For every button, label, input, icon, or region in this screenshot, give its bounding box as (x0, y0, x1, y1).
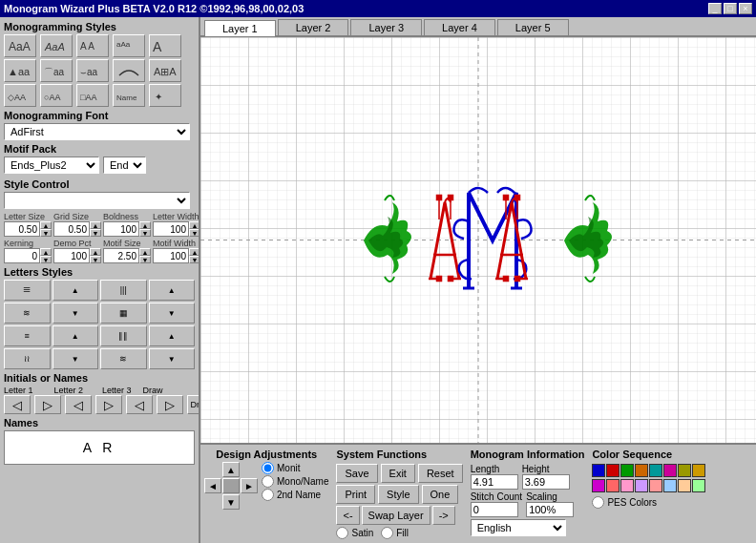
letter-size-up[interactable]: ▲ (40, 221, 52, 229)
one-button[interactable]: One (422, 485, 459, 504)
minimize-button[interactable]: _ (708, 3, 722, 14)
motif-size-down[interactable]: ▼ (139, 256, 151, 263)
arrow-center[interactable] (222, 478, 240, 493)
kerning-up[interactable]: ▲ (40, 248, 52, 256)
satin-input[interactable] (336, 527, 348, 539)
style-btn-3[interactable]: A A (76, 34, 109, 57)
motif-width-input[interactable] (153, 248, 189, 263)
style-control-select[interactable] (4, 192, 190, 209)
kerning-down[interactable]: ▼ (40, 256, 52, 263)
ls-btn-up-3[interactable]: ▲ (52, 325, 99, 346)
swap-layer-button[interactable]: Swap Layer (362, 506, 430, 525)
ls-btn-up-1[interactable]: ▲ (52, 280, 99, 301)
ls-btn-2[interactable]: ||| (100, 280, 147, 301)
kerning-input[interactable] (4, 248, 40, 263)
ls-btn-1[interactable]: ≡ (4, 280, 51, 301)
ls-btn-7[interactable]: ≀≀ (4, 348, 51, 369)
ls-btn-dn-1[interactable]: ▼ (52, 303, 99, 324)
boldness-down[interactable]: ▼ (139, 229, 151, 237)
demo-pct-down[interactable]: ▼ (90, 256, 101, 263)
radio-monit[interactable]: Monit (262, 462, 328, 474)
pes-colors-radio[interactable]: PES Colors (592, 496, 706, 509)
window-controls[interactable]: _ □ × (708, 3, 752, 14)
ls-btn-dn-3[interactable]: ▼ (52, 348, 99, 369)
swap-left-button[interactable]: <- (336, 506, 359, 525)
style-button[interactable]: Style (378, 485, 418, 504)
boldness-input[interactable] (103, 221, 139, 237)
style-btn-6[interactable]: ▲aa (4, 59, 36, 82)
style-btn-9[interactable] (113, 59, 145, 82)
letter1-next[interactable]: ▷ (34, 395, 61, 414)
grid-size-up[interactable]: ▲ (90, 221, 101, 229)
style-btn-7[interactable]: ⌒aa (40, 59, 73, 82)
style-btn-2[interactable]: AaA (40, 34, 73, 57)
color-swatch-8[interactable] (692, 464, 705, 477)
ls-btn-5[interactable]: ≡ (4, 325, 51, 346)
letter-width-input[interactable] (153, 221, 189, 237)
ls-btn-6[interactable]: ∥∥ (100, 325, 147, 346)
demo-pct-up[interactable]: ▲ (90, 248, 101, 256)
print-button[interactable]: Print (336, 485, 375, 504)
motif-width-down[interactable]: ▼ (189, 256, 200, 263)
tab-layer2[interactable]: Layer 2 (278, 19, 349, 35)
color-swatch-4[interactable] (635, 464, 648, 477)
motif-width-up[interactable]: ▲ (189, 248, 200, 256)
style-btn-13[interactable]: □AA (76, 84, 109, 107)
style-btn-12[interactable]: ○AA (40, 84, 73, 107)
arrow-left[interactable]: ◄ (204, 478, 221, 493)
exit-button[interactable]: Exit (381, 464, 415, 483)
radio-2nd-name[interactable]: 2nd Name (262, 489, 328, 501)
letter1-button[interactable]: ◁ (4, 395, 31, 414)
radio-mono-name-input[interactable] (262, 475, 274, 488)
fill-input[interactable] (381, 527, 393, 539)
color-swatch-9[interactable] (592, 479, 605, 492)
pes-colors-input[interactable] (592, 496, 604, 509)
letter3-next[interactable]: ▷ (157, 395, 183, 414)
grid-size-down[interactable]: ▼ (90, 229, 101, 237)
satin-radio[interactable]: Satin (336, 527, 373, 539)
end-select[interactable]: End 12 (103, 157, 146, 174)
boldness-up[interactable]: ▲ (139, 221, 151, 229)
radio-2nd-name-input[interactable] (262, 489, 274, 501)
letter-width-up[interactable]: ▲ (189, 221, 200, 229)
ls-btn-3[interactable]: ≋ (4, 303, 51, 324)
style-btn-4[interactable]: aAa (113, 34, 145, 57)
motif-size-input[interactable] (103, 248, 139, 263)
save-button[interactable]: Save (336, 464, 377, 483)
style-btn-11[interactable]: ◇AA (4, 84, 36, 107)
color-swatch-7[interactable] (678, 464, 691, 477)
height-value[interactable] (522, 474, 570, 490)
letter-width-down[interactable]: ▼ (189, 229, 200, 237)
maximize-button[interactable]: □ (724, 3, 737, 14)
style-btn-15[interactable]: ✦ (149, 84, 181, 107)
color-swatch-5[interactable] (649, 464, 662, 477)
reset-button[interactable]: Reset (418, 464, 463, 483)
ls-btn-dn-2[interactable]: ▼ (149, 303, 196, 324)
stitch-value[interactable] (471, 502, 518, 517)
letter-size-input[interactable] (4, 221, 40, 237)
letter2-button[interactable]: ◁ (65, 395, 92, 414)
tab-layer3[interactable]: Layer 3 (350, 19, 422, 35)
letter3-button[interactable]: ◁ (126, 395, 153, 414)
canvas-area[interactable] (200, 37, 756, 443)
ls-btn-up-4[interactable]: ▲ (149, 325, 196, 346)
color-swatch-1[interactable] (592, 464, 605, 477)
grid-size-input[interactable] (53, 221, 90, 237)
radio-mono-name[interactable]: Mono/Name (262, 475, 328, 488)
arrow-right[interactable]: ► (241, 478, 258, 493)
tab-layer5[interactable]: Layer 5 (497, 19, 569, 35)
color-swatch-6[interactable] (663, 464, 677, 477)
language-select[interactable]: English (471, 519, 566, 536)
scaling-value[interactable] (526, 502, 574, 517)
ls-btn-8[interactable]: ≋ (100, 348, 147, 369)
style-btn-10[interactable]: A⊞A (149, 59, 181, 82)
tab-layer4[interactable]: Layer 4 (424, 19, 495, 35)
style-btn-14[interactable]: Name (113, 84, 145, 107)
color-swatch-14[interactable] (663, 479, 677, 492)
arrow-up[interactable]: ▲ (222, 462, 240, 477)
style-btn-1[interactable]: AaA (4, 34, 36, 57)
length-value[interactable] (471, 474, 518, 490)
color-swatch-15[interactable] (678, 479, 691, 492)
draw-button[interactable]: Draw (187, 395, 200, 414)
tab-layer1[interactable]: Layer 1 (204, 20, 276, 36)
